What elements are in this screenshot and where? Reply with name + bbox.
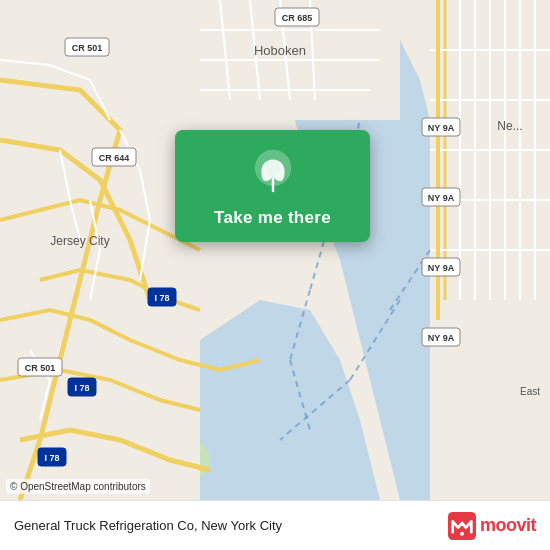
svg-text:East: East xyxy=(520,386,540,397)
svg-text:CR 644: CR 644 xyxy=(99,153,130,163)
svg-text:I 78: I 78 xyxy=(74,383,89,393)
take-me-card[interactable]: Take me there xyxy=(175,130,370,242)
svg-text:Ne...: Ne... xyxy=(497,119,522,133)
take-me-label: Take me there xyxy=(214,208,331,228)
moovit-text: moovit xyxy=(480,515,536,536)
moovit-brand-icon xyxy=(448,512,476,540)
svg-text:CR 685: CR 685 xyxy=(282,13,313,23)
svg-text:I 78: I 78 xyxy=(44,453,59,463)
svg-text:I 78: I 78 xyxy=(154,293,169,303)
svg-text:NY 9A: NY 9A xyxy=(428,333,455,343)
map-background: CR 685 CR 501 CR 644 I 78 I 78 I 78 CR 5… xyxy=(0,0,550,500)
map-container: CR 685 CR 501 CR 644 I 78 I 78 I 78 CR 5… xyxy=(0,0,550,500)
moovit-logo: moovit xyxy=(448,512,536,540)
svg-text:CR 501: CR 501 xyxy=(72,43,103,53)
svg-text:Hoboken: Hoboken xyxy=(254,43,306,58)
svg-text:NY 9A: NY 9A xyxy=(428,263,455,273)
svg-text:CR 501: CR 501 xyxy=(25,363,56,373)
map-attribution: © OpenStreetMap contributors xyxy=(6,479,150,494)
svg-text:NY 9A: NY 9A xyxy=(428,193,455,203)
svg-point-65 xyxy=(460,531,464,535)
location-pin-icon xyxy=(249,148,297,196)
svg-text:Jersey City: Jersey City xyxy=(50,234,109,248)
bottom-bar: General Truck Refrigeration Co, New York… xyxy=(0,500,550,550)
svg-text:NY 9A: NY 9A xyxy=(428,123,455,133)
location-label: General Truck Refrigeration Co, New York… xyxy=(14,518,282,533)
